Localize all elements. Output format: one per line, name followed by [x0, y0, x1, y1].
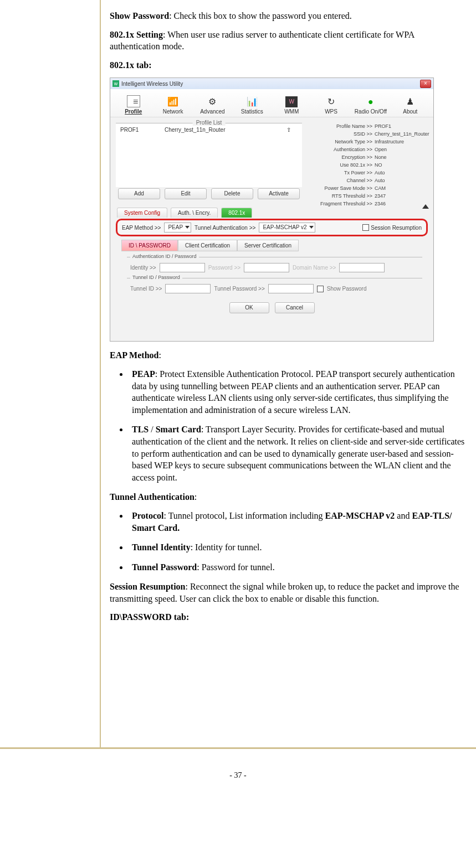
cancel-button[interactable]: Cancel [275, 302, 315, 313]
smartcard-label: Smart Card [156, 425, 201, 434]
list-item: TLS / Smart Card: Transport Layer Securi… [129, 423, 466, 483]
detail-value: 2346 [375, 200, 430, 208]
detail-value: 2347 [375, 193, 430, 200]
protocol-label: Protocol [132, 511, 163, 520]
toolbar-advanced[interactable]: Advanced [193, 95, 232, 117]
gear-icon [206, 96, 218, 107]
toolbar-wps[interactable]: WPS [311, 95, 351, 117]
show-password-paragraph: Show Password: Check this box to show th… [110, 10, 466, 22]
tls-label: TLS [132, 425, 149, 434]
tab-auth-encry[interactable]: Auth. \ Encry. [171, 208, 218, 218]
profile-area: Profile List PROF1 Cherry_test_11n_Route… [110, 117, 433, 203]
detail-label: RTS Threshold >> [311, 193, 375, 200]
detail-label: Authentication >> [311, 146, 375, 154]
dot1x-setting-paragraph: 802.1x Setting: When user use radius ser… [110, 29, 466, 53]
profile-ssid-cell: Cherry_test_11n_Router [165, 127, 286, 133]
chevron-down-icon [185, 226, 190, 229]
subtab-client-cert[interactable]: Client Certification [178, 240, 237, 251]
show-password-chk-label: Show Password [327, 286, 367, 292]
domain-label: Domain Name >> [293, 265, 336, 271]
eap-method-label: EAP Method >> [122, 225, 161, 231]
tunnel-auth-select[interactable]: EAP-MSCHAP v2 [259, 223, 315, 232]
page-number: - 37 - [0, 771, 476, 791]
about-icon [404, 96, 416, 107]
detail-label: Use 802.1x >> [311, 162, 375, 169]
profile-icon [127, 95, 140, 107]
session-resumption-label: Session Resumption [110, 582, 185, 591]
toolbar-network[interactable]: Network [153, 95, 192, 117]
add-button[interactable]: Add [118, 188, 160, 199]
profile-signal-icon: ⇪ [286, 127, 298, 133]
collapse-arrow-icon[interactable] [422, 204, 429, 209]
show-password-checkbox[interactable] [317, 286, 324, 292]
tunnel-identity-label: Tunnel Identity [132, 542, 191, 552]
dot1x-setting-label: 802.1x Setting [110, 30, 163, 39]
wps-icon [325, 96, 337, 107]
main-toolbar: Profile Network Advanced Statistics WWMM… [110, 89, 433, 117]
list-item: Tunnel Identity: Identity for tunnel. [129, 541, 466, 554]
detail-label: Power Save Mode >> [311, 185, 375, 193]
subtab-id-password[interactable]: ID \ PASSWORD [121, 240, 178, 251]
dot1x-tab-heading: 802.1x tab: [110, 59, 466, 71]
toolbar-about[interactable]: About [391, 95, 430, 117]
chevron-down-icon [309, 226, 314, 229]
wmm-icon: W [285, 96, 298, 107]
ok-button[interactable]: OK [229, 302, 269, 313]
list-item: PEAP: Protect Extensible Authentication … [129, 368, 466, 416]
edit-button[interactable]: Edit [165, 188, 207, 199]
detail-value: Auto [375, 169, 430, 177]
tunnel-password-label: Tunnel Password >> [214, 286, 264, 292]
subtab-server-cert[interactable]: Server Certification [237, 240, 299, 251]
eap-method-list: PEAP: Protect Extensible Authentication … [110, 368, 466, 483]
titlebar: w Intelligent Wireless Utility × [110, 78, 433, 89]
network-icon [167, 96, 179, 107]
idpw-area: Authentication ID / Password Identity >>… [110, 251, 433, 294]
tunnel-id-input[interactable] [165, 284, 211, 293]
session-resumption-label: Session Resumption [371, 225, 422, 231]
password-label: Password >> [208, 265, 240, 271]
tunnel-password-input[interactable] [268, 284, 314, 293]
detail-value: NO [375, 162, 430, 169]
tunnel-auth-list: Protocol: Tunnel protocol, List informat… [110, 510, 466, 573]
domain-input[interactable] [339, 263, 385, 272]
detail-value: CAM [375, 185, 430, 193]
tunnel-auth-label: Tunnel Authentication >> [195, 225, 255, 231]
profile-name-cell: PROF1 [120, 127, 165, 133]
sub-tabs: ID \ PASSWORD Client Certification Serve… [121, 240, 422, 251]
activate-button[interactable]: Activate [258, 188, 300, 199]
delete-button[interactable]: Delete [211, 188, 253, 199]
identity-input[interactable] [160, 263, 205, 272]
session-resumption-paragraph: Session Resumption: Reconnect the signal… [110, 581, 466, 604]
peap-desc: : Protect Extensible Authentication Prot… [132, 369, 455, 415]
peap-label: PEAP [132, 369, 155, 379]
toolbar-wmm[interactable]: WWMM [272, 95, 311, 117]
detail-value: Auto [375, 177, 430, 185]
show-password-desc: : Check this box to show the password yo… [169, 11, 352, 20]
detail-label: Encryption >> [311, 154, 375, 162]
detail-value: PROF1 [375, 123, 430, 131]
tunnel-id-label: Tunnel ID >> [130, 286, 162, 292]
tab-system-config[interactable]: System Config [117, 208, 167, 218]
list-item: Tunnel Password: Password for tunnel. [129, 561, 466, 574]
tab-8021x[interactable]: 802.1x [221, 208, 252, 218]
profile-details: Profile Name >>PROF1 SSID >>Cherry_test_… [308, 117, 433, 203]
session-resumption-checkbox[interactable] [362, 224, 369, 231]
password-input[interactable] [244, 263, 289, 272]
detail-value: None [375, 154, 430, 162]
idpw-tab-heading: ID\PASSWORD tab: [110, 611, 466, 623]
toolbar-profile[interactable]: Profile [114, 94, 153, 117]
left-column-spacer [0, 0, 101, 747]
eap-method-select[interactable]: PEAP [164, 223, 191, 232]
detail-label: Fragment Threshold >> [311, 200, 375, 208]
identity-label: Identity >> [130, 265, 156, 271]
close-icon[interactable]: × [420, 80, 431, 88]
app-icon: w [112, 80, 119, 87]
toolbar-radio[interactable]: Radio On/Off [351, 95, 390, 117]
detail-label: SSID >> [311, 131, 375, 138]
fieldset-legend: Tunnel ID / Password [130, 275, 182, 280]
detail-label: Tx Power >> [311, 169, 375, 177]
detail-label: Channel >> [311, 177, 375, 185]
detail-label: Network Type >> [311, 138, 375, 146]
profile-list-fieldset: Profile List PROF1 Cherry_test_11n_Route… [116, 123, 302, 187]
toolbar-statistics[interactable]: Statistics [232, 95, 272, 117]
